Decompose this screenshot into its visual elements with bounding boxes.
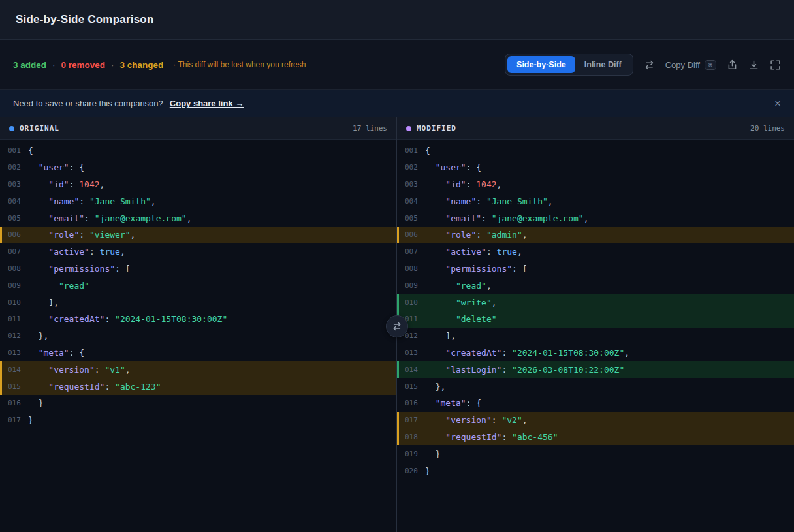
line-content: "version": "v1",	[28, 365, 131, 375]
code-original: 001{002 "user": {003 "id": 1042,004 "nam…	[0, 140, 396, 532]
refresh-warning: · This diff will be lost when you refres…	[173, 60, 306, 69]
toggle-side-by-side[interactable]: Side-by-Side	[507, 56, 575, 73]
line-content: ],	[28, 298, 59, 307]
code-line-added: 011 "delete"	[397, 311, 794, 328]
line-content: "role": "admin",	[425, 230, 528, 240]
expand-icon	[770, 59, 781, 70]
line-number: 012	[2, 332, 28, 340]
line-number: 019	[399, 450, 425, 458]
line-number: 009	[399, 281, 425, 290]
swap-icon	[392, 321, 402, 332]
line-content: {	[28, 146, 33, 155]
line-number: 014	[2, 366, 28, 374]
line-content: "name": "Jane Smith",	[425, 196, 553, 206]
line-number: 001	[399, 146, 425, 155]
code-line-context: 003 "id": 1042,	[0, 176, 396, 193]
line-content: },	[28, 331, 48, 341]
original-dot-icon	[9, 126, 14, 131]
view-mode-toggle: Side-by-Side Inline Diff	[505, 54, 633, 76]
original-panel-title: ORIGINAL	[20, 124, 59, 133]
code-line-context: 020}	[397, 462, 794, 479]
code-line-changed: 017 "version": "v2",	[397, 412, 794, 429]
code-line-context: 015 },	[397, 378, 794, 395]
line-content: "requestId": "abc-456"	[425, 432, 558, 442]
code-modified: 001{002 "user": {003 "id": 1042,004 "nam…	[397, 140, 794, 532]
code-line-context: 007 "active": true,	[0, 243, 396, 260]
banner-close-button[interactable]: ×	[774, 98, 781, 109]
line-content: "read",	[425, 281, 492, 290]
download-button[interactable]	[748, 59, 759, 70]
line-content: "permissions": [	[425, 264, 528, 274]
code-line-context: 004 "name": "Jane Smith",	[0, 193, 396, 210]
line-number: 016	[2, 399, 28, 407]
swap-sides-button[interactable]	[644, 59, 655, 70]
fullscreen-button[interactable]	[770, 59, 781, 70]
code-line-context: 013 "meta": {	[0, 345, 396, 362]
line-content: "delete"	[425, 314, 497, 324]
line-content: "requestId": "abc-123"	[28, 382, 161, 392]
code-line-context: 001{	[397, 142, 794, 159]
code-line-context: 005 "email": "jane@example.com",	[0, 210, 396, 227]
line-number: 013	[2, 349, 28, 357]
line-number: 003	[2, 180, 28, 189]
line-content: "active": true,	[425, 247, 522, 257]
modified-dot-icon	[406, 126, 411, 131]
line-number: 020	[399, 467, 425, 475]
toggle-inline-diff[interactable]: Inline Diff	[575, 56, 631, 73]
swap-icon	[644, 59, 655, 70]
line-content: }	[28, 415, 33, 425]
toolbar: 3 added · 0 removed · 3 changed · This d…	[0, 40, 794, 90]
code-line-context: 019 }	[397, 445, 794, 462]
code-line-context: 010 ],	[0, 294, 396, 311]
code-line-context: 013 "createdAt": "2024-01-15T08:30:00Z",	[397, 345, 794, 362]
line-number: 007	[2, 247, 28, 256]
copy-share-link[interactable]: Copy share link →	[170, 99, 244, 108]
line-number: 001	[2, 146, 28, 155]
line-content: "createdAt": "2024-01-15T08:30:00Z"	[28, 314, 227, 324]
stat-separator: ·	[52, 60, 56, 70]
line-content: "email": "jane@example.com",	[28, 213, 191, 223]
code-line-context: 005 "email": "jane@example.com",	[397, 210, 794, 227]
code-line-context: 011 "createdAt": "2024-01-15T08:30:00Z"	[0, 311, 396, 328]
line-content: "write",	[425, 298, 497, 307]
code-line-context: 002 "user": {	[397, 159, 794, 176]
toolbar-actions: Side-by-Side Inline Diff Copy Diff ⌘	[505, 54, 781, 76]
page-title: Side-by-Side Comparison	[16, 13, 153, 26]
line-number: 017	[2, 416, 28, 424]
code-line-changed: 006 "role": "viewer",	[0, 227, 396, 243]
line-content: "version": "v2",	[425, 415, 528, 425]
line-content: "user": {	[28, 163, 84, 172]
modified-lines-count: 20 lines	[750, 124, 785, 133]
original-panel-header: ORIGINAL 17 lines	[0, 117, 396, 140]
modified-panel-title: MODIFIED	[417, 124, 456, 133]
code-line-context: 003 "id": 1042,	[397, 176, 794, 193]
swap-panels-button[interactable]	[386, 315, 408, 337]
modified-panel: MODIFIED 20 lines 001{002 "user": {003 "…	[397, 117, 794, 532]
copy-diff-button[interactable]: Copy Diff ⌘	[665, 60, 716, 70]
code-line-context: 001{	[0, 142, 396, 159]
line-number: 018	[399, 433, 425, 441]
code-line-context: 012 ],	[397, 328, 794, 345]
line-number: 009	[2, 281, 28, 290]
line-number: 004	[399, 197, 425, 206]
line-content: {	[425, 146, 430, 155]
share-button[interactable]	[727, 59, 738, 70]
code-line-changed: 014 "version": "v1",	[0, 361, 396, 378]
original-panel: ORIGINAL 17 lines 001{002 "user": {003 "…	[0, 117, 397, 532]
line-number: 011	[2, 315, 28, 323]
code-line-context: 007 "active": true,	[397, 243, 794, 260]
copy-diff-shortcut: ⌘	[705, 60, 716, 70]
line-content: "user": {	[425, 163, 481, 172]
line-content: },	[425, 382, 445, 392]
line-number: 008	[2, 264, 28, 273]
code-line-context: 012 },	[0, 328, 396, 345]
line-number: 006	[399, 230, 425, 239]
line-number: 004	[2, 197, 28, 206]
line-content: "role": "viewer",	[28, 230, 135, 240]
code-line-added: 014 "lastLogin": "2026-03-08T10:22:00Z"	[397, 361, 794, 378]
line-number: 016	[399, 399, 425, 407]
code-line-context: 004 "name": "Jane Smith",	[397, 193, 794, 210]
line-number: 006	[2, 230, 28, 239]
stat-added: 3 added	[13, 60, 46, 70]
code-line-context: 008 "permissions": [	[0, 260, 396, 277]
